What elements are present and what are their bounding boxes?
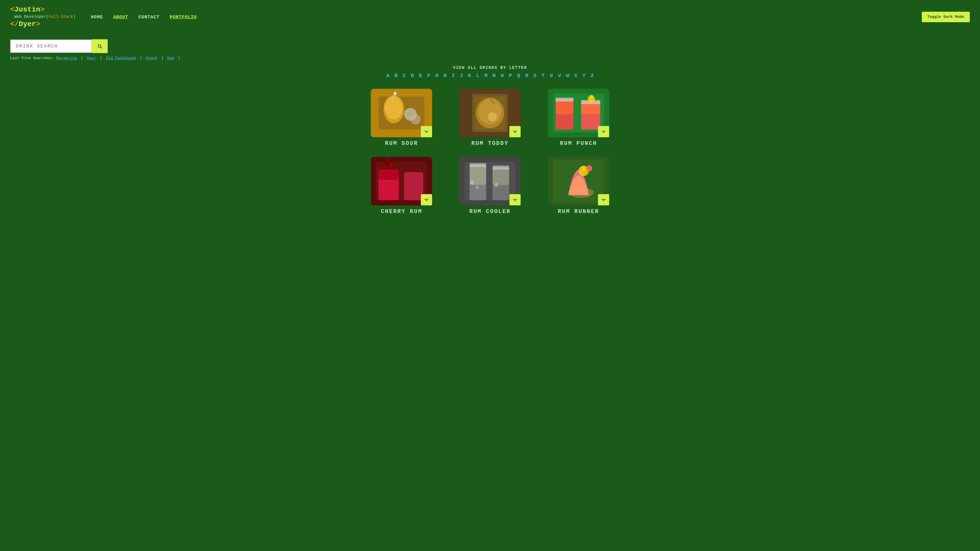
svg-point-5 xyxy=(410,114,421,124)
svg-point-12 xyxy=(479,99,501,124)
letter-link-j[interactable]: J xyxy=(460,73,463,79)
search-section: Last Five Searches: Margarita | Sour | O… xyxy=(0,34,980,63)
letter-link-x[interactable]: X xyxy=(574,73,577,79)
search-icon xyxy=(97,43,103,49)
recent-search-sour[interactable]: Sour xyxy=(87,56,96,60)
letter-link-a[interactable]: A xyxy=(387,73,390,79)
letter-link-w[interactable]: W xyxy=(566,73,569,79)
drink-name-rum-cooler: RUM COOLER xyxy=(469,208,511,215)
recent-search-rum[interactable]: Rum xyxy=(167,56,174,60)
search-button[interactable] xyxy=(92,39,108,53)
drink-card-rum-toddy: RUM TODDY xyxy=(451,89,529,147)
letter-link-q[interactable]: Q xyxy=(517,73,520,79)
letter-link-v[interactable]: V xyxy=(558,73,561,79)
logo-subtitle: Web Developer(Full-Stack) xyxy=(10,14,76,20)
dropdown-btn-rum-sour[interactable] xyxy=(421,126,432,137)
svg-rect-19 xyxy=(555,98,573,102)
letter-link-i[interactable]: I xyxy=(452,73,455,79)
recent-search-margarita[interactable]: Margarita xyxy=(56,56,77,60)
recent-search-old-fashioned[interactable]: Old Fashioned xyxy=(106,56,136,60)
nav-about[interactable]: ABOUT xyxy=(113,14,128,20)
letter-link-y[interactable]: Y xyxy=(582,73,585,79)
svg-rect-28 xyxy=(379,170,399,180)
drink-name-rum-sour: RUM SOUR xyxy=(385,140,418,147)
svg-point-7 xyxy=(393,92,396,95)
drink-image-wrapper-rum-sour xyxy=(371,89,432,137)
chevron-down-icon xyxy=(424,197,429,203)
letter-link-z[interactable]: Z xyxy=(590,73,593,79)
letter-link-u[interactable]: U xyxy=(550,73,553,79)
letter-link-g[interactable]: G xyxy=(435,73,438,79)
chevron-down-icon xyxy=(601,197,606,203)
drink-name-cherry-rum: CHERRY RUM xyxy=(381,208,422,215)
svg-point-45 xyxy=(494,183,498,187)
nav-portfolio[interactable]: PORTFOLIO xyxy=(170,14,197,20)
logo-bottom-line: </Dyer> xyxy=(10,20,76,29)
sep3: | xyxy=(140,56,144,60)
dropdown-btn-rum-toddy[interactable] xyxy=(509,126,520,137)
letter-link-l[interactable]: L xyxy=(476,73,479,79)
main-nav: HOME ABOUT CONTACT PORTFOLIO Toggle Dark… xyxy=(91,12,970,22)
logo-slash-bracket: </ xyxy=(10,20,19,28)
drink-card-rum-runner: RUM RUNNER xyxy=(539,157,617,215)
letter-link-e[interactable]: E xyxy=(419,73,422,79)
search-input[interactable] xyxy=(10,40,92,53)
svg-rect-42 xyxy=(493,165,509,170)
drink-name-rum-runner: RUM RUNNER xyxy=(558,208,599,215)
svg-point-3 xyxy=(385,97,403,119)
dropdown-btn-rum-punch[interactable] xyxy=(598,126,609,137)
chevron-down-icon xyxy=(424,129,429,135)
dropdown-btn-rum-runner[interactable] xyxy=(598,194,609,205)
view-all-label: VIEW ALL DRINKS BY LETTER xyxy=(10,65,970,70)
chevron-down-icon xyxy=(512,197,518,203)
drink-card-rum-punch: RUM PUNCH xyxy=(539,89,617,147)
header: <Justin> Web Developer(Full-Stack) </Dye… xyxy=(0,0,980,34)
letter-link-k[interactable]: K xyxy=(468,73,471,79)
drink-image-wrapper-rum-punch xyxy=(548,89,609,137)
letter-link-o[interactable]: O xyxy=(501,73,504,79)
recent-search-punch[interactable]: Punch xyxy=(146,56,157,60)
logo-bracket-close: > xyxy=(40,6,45,14)
logo: <Justin> Web Developer(Full-Stack) </Dye… xyxy=(10,5,76,29)
logo-subtitle-highlight: Full-Stack xyxy=(48,14,73,19)
drink-image-wrapper-rum-toddy xyxy=(460,89,520,137)
logo-subtitle-close: ) xyxy=(73,14,76,19)
logo-last-name: Dyer xyxy=(19,20,36,28)
svg-rect-40 xyxy=(493,167,509,185)
logo-end-bracket: > xyxy=(36,20,40,28)
dropdown-btn-rum-cooler[interactable] xyxy=(509,194,520,205)
svg-rect-41 xyxy=(469,163,486,167)
letter-link-r[interactable]: R xyxy=(525,73,528,79)
svg-point-13 xyxy=(488,112,497,121)
letter-link-h[interactable]: H xyxy=(444,73,447,79)
nav-contact[interactable]: CONTACT xyxy=(138,14,159,20)
letter-link-s[interactable]: S xyxy=(533,73,536,79)
svg-point-44 xyxy=(476,186,479,189)
letter-link-d[interactable]: D xyxy=(411,73,414,79)
letter-link-c[interactable]: C xyxy=(403,73,406,79)
dark-mode-toggle[interactable]: Toggle Dark Mode xyxy=(922,12,970,22)
logo-first-name: Justin xyxy=(14,6,40,14)
drink-image-wrapper-rum-runner xyxy=(548,157,609,205)
letter-link-n[interactable]: N xyxy=(493,73,496,79)
letter-link-m[interactable]: M xyxy=(484,73,487,79)
drink-image-wrapper-rum-cooler xyxy=(460,157,520,205)
logo-bracket-open: < xyxy=(10,6,14,14)
sep4: | xyxy=(161,56,165,60)
drink-card-cherry-rum: CHERRY RUM xyxy=(363,157,441,215)
logo-subtitle-text: Web Developer( xyxy=(14,14,48,19)
sep5: | xyxy=(178,56,180,60)
letter-link-t[interactable]: T xyxy=(542,73,545,79)
dropdown-btn-cherry-rum[interactable] xyxy=(421,194,432,205)
letter-link-b[interactable]: B xyxy=(395,73,398,79)
letter-link-p[interactable]: P xyxy=(509,73,512,79)
drink-grid: RUM SOUR RUM TODDY RUM PUNCH xyxy=(311,81,669,222)
recent-label: Last Five Searches: xyxy=(10,56,54,60)
search-row xyxy=(10,39,108,53)
letter-link-f[interactable]: F xyxy=(427,73,430,79)
drink-image-wrapper-cherry-rum xyxy=(371,157,432,205)
letter-nav-section: VIEW ALL DRINKS BY LETTER ABCDEFGHIJKLMN… xyxy=(0,63,980,81)
letter-nav: ABCDEFGHIJKLMNOPQRSTUVWXYZ xyxy=(10,73,970,79)
nav-home[interactable]: HOME xyxy=(91,14,103,20)
sep1: | xyxy=(81,56,85,60)
